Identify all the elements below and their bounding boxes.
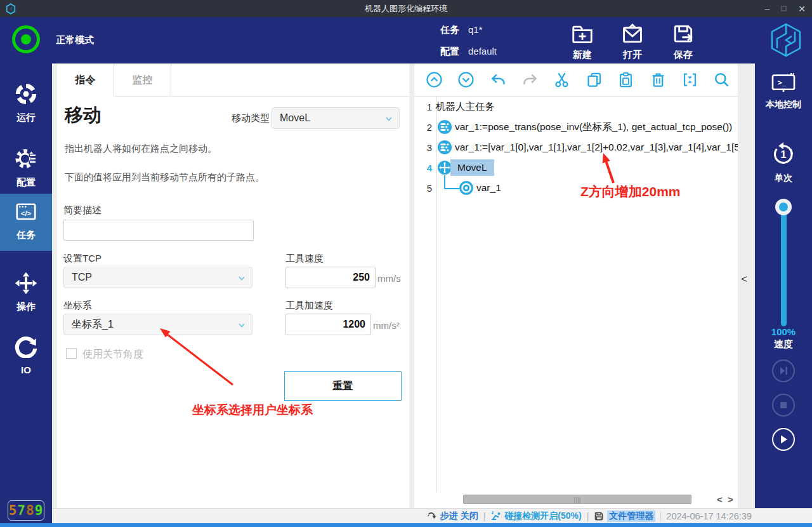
app-window: 机器人图形化编程环境 – ✕ 正常模式 任务 q1* 配置 default 新建 xyxy=(0,0,812,527)
new-folder-icon xyxy=(570,22,594,47)
tool-speed-label: 工具速度 xyxy=(285,253,324,265)
tree-annotation: Z方向增加20mm xyxy=(580,183,681,201)
tool-speed-input[interactable] xyxy=(285,267,376,288)
reset-button[interactable]: 重置 xyxy=(284,371,402,401)
config-value: default xyxy=(468,46,497,57)
speed-slider-handle[interactable] xyxy=(775,199,792,215)
paste-icon[interactable] xyxy=(610,71,641,88)
step-mode-icon xyxy=(427,511,437,521)
tree-row-assign-1[interactable]: 2 var_1:=pose_trans(pose_inv(坐标系_1), get… xyxy=(414,117,738,137)
panel-tabbar: 指令 监控 xyxy=(57,63,409,97)
move-type-select[interactable]: MoveL xyxy=(272,107,400,129)
set-variable-icon xyxy=(438,140,452,154)
set-variable-icon xyxy=(438,120,452,134)
play-icon xyxy=(773,429,794,450)
local-control-item[interactable]: >_ 本地控制 xyxy=(755,72,812,110)
delete-icon[interactable] xyxy=(642,71,674,88)
clock: 2024-06-17 14:26:39 xyxy=(660,511,752,521)
frame-label: 坐标系 xyxy=(63,300,92,312)
move-node-icon xyxy=(438,161,452,175)
tab-monitor[interactable]: 监控 xyxy=(114,63,171,97)
collision-detection-status[interactable]: 碰撞检测开启(50%) xyxy=(490,510,581,522)
waypoint-icon xyxy=(459,181,473,195)
sidebar-item-config[interactable]: 配置 xyxy=(0,141,52,198)
frame-select[interactable]: 坐标系_1 xyxy=(63,314,252,335)
close-button[interactable]: ✕ xyxy=(798,4,806,13)
sidebar-item-run[interactable]: 运行 xyxy=(0,76,52,133)
cut-icon[interactable] xyxy=(546,71,578,88)
play-button[interactable] xyxy=(772,428,795,451)
local-control-label: 本地控制 xyxy=(755,99,812,110)
save-task-button[interactable]: 保存 xyxy=(664,22,702,61)
speed-percentage: 100% xyxy=(755,326,812,337)
search-icon[interactable] xyxy=(706,71,738,88)
instruction-panel: 指令 监控 移动 移动类型 MoveL 指出机器人将如何在路点之间移动。 下面的… xyxy=(57,63,409,508)
titlebar: 机器人图形化编程环境 – ✕ xyxy=(0,0,812,17)
save-icon xyxy=(671,22,695,47)
sidebar-item-io[interactable]: IO xyxy=(0,329,52,386)
page-title: 移动 xyxy=(65,103,102,128)
brief-desc-input[interactable] xyxy=(63,220,254,241)
sidebar-item-operate[interactable]: 操作 xyxy=(0,265,52,323)
maximize-button[interactable] xyxy=(781,6,787,11)
task-label: 任务 xyxy=(440,24,459,36)
speed-slider-track[interactable] xyxy=(781,202,787,326)
copy-icon[interactable] xyxy=(578,71,610,88)
tree-row-assign-2[interactable]: 3 var_1:=[var_1[0],var_1[1],var_1[2]+0.0… xyxy=(414,137,738,157)
redo-icon[interactable] xyxy=(514,71,546,88)
minimize-button[interactable]: – xyxy=(764,4,769,13)
move-up-icon[interactable] xyxy=(418,71,450,88)
single-run-label: 单次 xyxy=(755,173,812,184)
new-task-button[interactable]: 新建 xyxy=(563,22,601,61)
svg-text:1: 1 xyxy=(780,149,786,161)
move-down-icon[interactable] xyxy=(450,71,481,88)
joint-angle-checkbox[interactable] xyxy=(66,348,77,359)
collision-detection-icon xyxy=(490,510,501,521)
description-line1: 指出机器人将如何在路点之间移动。 xyxy=(65,143,217,155)
file-manager-button[interactable]: 文件管理器 xyxy=(594,510,655,522)
open-task-button[interactable]: 打开 xyxy=(613,22,652,61)
chevron-down-icon xyxy=(237,321,246,330)
run-icon xyxy=(15,83,37,105)
file-manager-icon xyxy=(594,511,604,521)
speed-label: 速度 xyxy=(755,338,812,350)
tree-row-movel[interactable]: 4 MoveL xyxy=(414,157,738,178)
tool-accel-label: 工具加速度 xyxy=(285,300,333,312)
single-run-item[interactable]: 1 单次 xyxy=(755,141,812,184)
collapse-icon[interactable] xyxy=(674,71,705,88)
status-separator: | xyxy=(587,511,589,521)
chevron-down-icon xyxy=(237,274,246,283)
joint-angle-label: 使用关节角度 xyxy=(82,348,143,361)
panel-collapse-handle[interactable]: < xyxy=(741,273,747,286)
sidebar-item-task[interactable]: </> 任务 xyxy=(0,194,52,251)
step-forward-button[interactable] xyxy=(772,359,795,382)
tcp-select[interactable]: TCP xyxy=(63,267,252,288)
local-control-icon: >_ xyxy=(771,72,796,94)
single-run-icon: 1 xyxy=(770,141,797,168)
description-line2: 下面的值将应用到当前移动节点所有的子路点。 xyxy=(65,171,265,183)
stop-button[interactable] xyxy=(772,394,795,417)
header: 正常模式 任务 q1* 配置 default 新建 打开 xyxy=(0,17,812,63)
tree-row-main-task[interactable]: 1 机器人主任务 xyxy=(414,97,738,117)
task-row: 任务 q1* xyxy=(440,24,483,36)
right-sidebar: >_ 本地控制 1 单次 100% 速度 xyxy=(755,63,812,508)
svg-text:</>: </> xyxy=(21,210,32,217)
tab-instruction[interactable]: 指令 xyxy=(57,63,114,97)
step-mode-status[interactable]: 步进 关闭 xyxy=(427,510,478,522)
undo-icon[interactable] xyxy=(482,71,514,88)
tree-row-waypoint[interactable]: 5 var_1 xyxy=(414,178,738,198)
brief-desc-label: 简要描述 xyxy=(63,204,102,217)
open-icon xyxy=(620,22,645,47)
move-type-label: 移动类型 xyxy=(232,112,270,124)
selected-node-label: MoveL xyxy=(450,159,494,176)
tool-accel-unit: mm/s² xyxy=(373,320,400,331)
tool-accel-input[interactable] xyxy=(285,314,371,335)
tool-speed-unit: mm/s xyxy=(377,273,401,284)
brand-logo-icon xyxy=(769,22,803,58)
scroll-left-icon[interactable]: < xyxy=(717,494,723,505)
config-icon xyxy=(15,147,37,170)
status-separator: | xyxy=(483,511,486,521)
task-icon: </> xyxy=(15,200,37,223)
horizontal-scrollbar[interactable] xyxy=(463,495,691,504)
scroll-right-icon[interactable]: > xyxy=(728,494,733,505)
